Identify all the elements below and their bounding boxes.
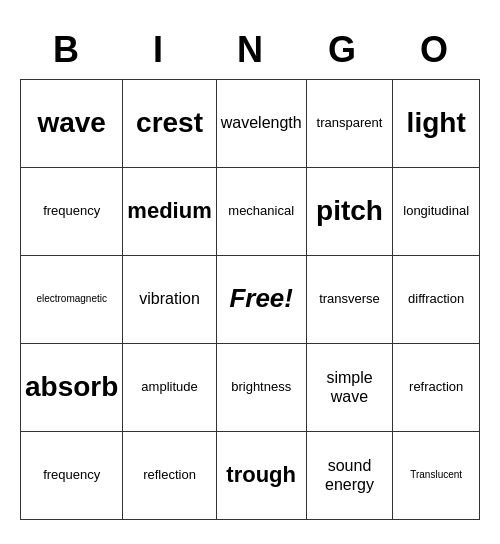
cell-text: transverse bbox=[319, 291, 380, 307]
cell-text: transparent bbox=[317, 115, 383, 131]
bingo-cell: sound energy bbox=[307, 432, 394, 520]
header-letter: G bbox=[296, 25, 388, 75]
bingo-cell: light bbox=[393, 80, 480, 168]
bingo-cell: reflection bbox=[123, 432, 216, 520]
cell-text: brightness bbox=[231, 379, 291, 395]
bingo-cell: diffraction bbox=[393, 256, 480, 344]
bingo-cell: simple wave bbox=[307, 344, 394, 432]
cell-text: Free! bbox=[229, 283, 293, 314]
cell-text: mechanical bbox=[228, 203, 294, 219]
bingo-cell: brightness bbox=[217, 344, 307, 432]
cell-text: wave bbox=[37, 106, 106, 140]
bingo-cell: amplitude bbox=[123, 344, 216, 432]
cell-text: frequency bbox=[43, 203, 100, 219]
bingo-header: BINGO bbox=[20, 25, 480, 75]
cell-text: longitudinal bbox=[403, 203, 469, 219]
bingo-cell: Translucent bbox=[393, 432, 480, 520]
bingo-card: BINGO wavecrestwavelengthtransparentligh… bbox=[10, 15, 490, 530]
cell-text: trough bbox=[226, 462, 296, 488]
bingo-cell: frequency bbox=[21, 168, 123, 256]
bingo-grid: wavecrestwavelengthtransparentlightfrequ… bbox=[20, 79, 480, 520]
cell-text: vibration bbox=[139, 289, 199, 308]
cell-text: pitch bbox=[316, 194, 383, 228]
bingo-cell: mechanical bbox=[217, 168, 307, 256]
cell-text: wavelength bbox=[221, 113, 302, 132]
cell-text: light bbox=[407, 106, 466, 140]
bingo-cell: crest bbox=[123, 80, 216, 168]
bingo-cell: vibration bbox=[123, 256, 216, 344]
bingo-cell: Free! bbox=[217, 256, 307, 344]
cell-text: simple wave bbox=[311, 368, 389, 406]
bingo-cell: longitudinal bbox=[393, 168, 480, 256]
cell-text: sound energy bbox=[311, 456, 389, 494]
cell-text: diffraction bbox=[408, 291, 464, 307]
cell-text: refraction bbox=[409, 379, 463, 395]
bingo-cell: frequency bbox=[21, 432, 123, 520]
bingo-cell: wave bbox=[21, 80, 123, 168]
cell-text: medium bbox=[127, 198, 211, 224]
header-letter: N bbox=[204, 25, 296, 75]
cell-text: crest bbox=[136, 106, 203, 140]
bingo-cell: transparent bbox=[307, 80, 394, 168]
cell-text: absorb bbox=[25, 370, 118, 404]
header-letter: O bbox=[388, 25, 480, 75]
cell-text: reflection bbox=[143, 467, 196, 483]
bingo-cell: trough bbox=[217, 432, 307, 520]
bingo-cell: transverse bbox=[307, 256, 394, 344]
header-letter: B bbox=[20, 25, 112, 75]
bingo-cell: refraction bbox=[393, 344, 480, 432]
bingo-cell: medium bbox=[123, 168, 216, 256]
header-letter: I bbox=[112, 25, 204, 75]
bingo-cell: pitch bbox=[307, 168, 394, 256]
bingo-cell: wavelength bbox=[217, 80, 307, 168]
cell-text: Translucent bbox=[410, 469, 462, 481]
cell-text: frequency bbox=[43, 467, 100, 483]
bingo-cell: absorb bbox=[21, 344, 123, 432]
cell-text: amplitude bbox=[141, 379, 197, 395]
bingo-cell: electromagnetic bbox=[21, 256, 123, 344]
cell-text: electromagnetic bbox=[36, 293, 107, 305]
